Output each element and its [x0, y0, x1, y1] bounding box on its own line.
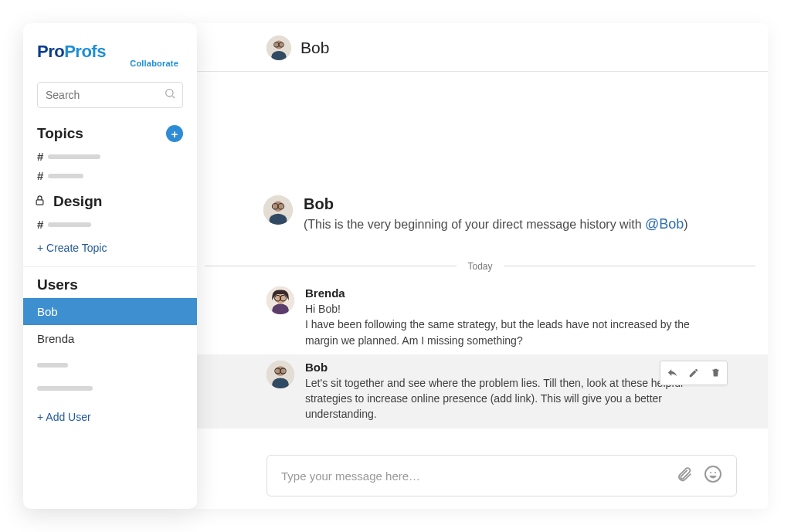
user-row-brenda[interactable]: Brenda — [23, 325, 197, 352]
attachment-icon[interactable] — [676, 466, 693, 486]
reply-button[interactable] — [662, 364, 682, 381]
date-separator-label: Today — [457, 261, 503, 272]
placeholder-icon — [48, 222, 91, 227]
message-row: Bob Let's sit together and see where the… — [192, 354, 768, 429]
chat-intro-text: Bob (This is the very beginning of your … — [304, 195, 688, 232]
topic-row[interactable]: # — [23, 147, 197, 166]
add-topic-button[interactable]: + — [166, 125, 183, 142]
svg-line-1 — [172, 96, 175, 98]
svg-point-0 — [166, 90, 173, 97]
add-user-link[interactable]: + Add User — [23, 403, 197, 431]
date-separator: Today — [192, 259, 768, 273]
sidebar: ProProfs Collaborate Topics + # # De — [23, 23, 197, 509]
message-composer[interactable] — [266, 455, 737, 496]
create-topic-link[interactable]: + Create Topic — [23, 234, 197, 262]
main-panel: Bob Bob (This is the very beginning of y… — [192, 23, 768, 509]
topic-row[interactable]: # — [23, 215, 197, 234]
message-body: Brenda Hi Bob! I have been following the… — [305, 286, 737, 348]
topics-title: Topics — [37, 125, 83, 142]
hash-icon: # — [37, 150, 43, 163]
avatar — [266, 286, 294, 314]
users-header: Users — [23, 272, 197, 298]
user-placeholder-row — [23, 375, 197, 398]
message-text: Hi Bob! — [305, 301, 707, 317]
edit-button[interactable] — [684, 364, 704, 381]
chat-header: Bob — [192, 23, 768, 72]
lock-icon — [34, 195, 46, 209]
app-root: ProProfs Collaborate Topics + # # De — [0, 0, 791, 532]
message-action-bar — [660, 361, 728, 385]
topics-header: Topics + — [23, 120, 197, 147]
topic-row[interactable]: # — [23, 166, 197, 185]
intro-suffix: ) — [684, 218, 687, 231]
search-field[interactable] — [37, 82, 183, 108]
svg-point-25 — [715, 472, 716, 473]
delete-button[interactable] — [705, 364, 725, 381]
svg-point-24 — [710, 472, 711, 473]
placeholder-icon — [37, 386, 93, 391]
svg-point-23 — [705, 466, 721, 482]
logo-part-pro: Pro — [37, 42, 64, 61]
avatar — [266, 36, 291, 60]
message-row: Brenda Hi Bob! I have been following the… — [192, 280, 768, 354]
composer-area — [192, 446, 768, 509]
chat-intro-line: (This is the very beginning of your dire… — [304, 216, 688, 232]
users-title: Users — [37, 276, 78, 293]
emoji-icon[interactable] — [704, 465, 722, 486]
search-input[interactable] — [46, 89, 159, 101]
hash-icon: # — [37, 218, 43, 231]
divider — [23, 266, 197, 267]
user-placeholder-row — [23, 352, 197, 375]
avatar — [263, 195, 293, 225]
chat-intro-name: Bob — [304, 195, 688, 213]
logo: ProProfs Collaborate — [23, 37, 197, 76]
user-row-bob[interactable]: Bob — [23, 298, 197, 325]
placeholder-icon — [48, 154, 100, 159]
chat-header-title: Bob — [300, 39, 329, 57]
design-row[interactable]: Design — [23, 185, 197, 215]
intro-prefix: (This is the very beginning of your dire… — [304, 218, 645, 231]
placeholder-icon — [37, 363, 68, 368]
design-label: Design — [53, 193, 102, 210]
avatar — [266, 361, 294, 388]
search-icon — [164, 87, 176, 103]
message-text: Let's sit together and see where the pro… — [305, 375, 707, 422]
placeholder-icon — [48, 174, 83, 178]
mention-link[interactable]: @Bob — [645, 216, 684, 232]
message-text: I have been following the same strategy,… — [305, 317, 707, 348]
hash-icon: # — [37, 169, 43, 182]
chat-intro: Bob (This is the very beginning of your … — [192, 72, 768, 232]
logo-part-profs: Profs — [64, 42, 106, 61]
svg-rect-2 — [36, 199, 43, 204]
message-author: Brenda — [305, 286, 737, 300]
composer-input[interactable] — [281, 469, 665, 483]
chat-scroll: Bob (This is the very beginning of your … — [192, 72, 768, 446]
